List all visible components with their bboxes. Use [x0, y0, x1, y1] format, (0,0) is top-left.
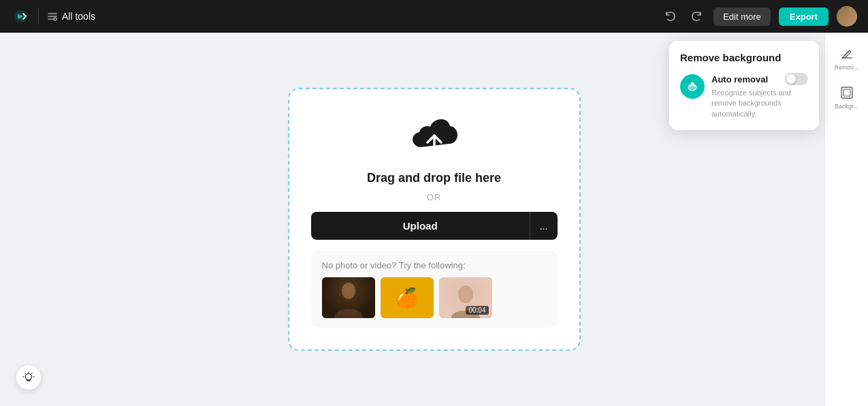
svg-line-15 [25, 373, 26, 374]
sample-section: No photo or video? Try the following: 🍊 [311, 251, 558, 328]
auto-removal-desc: Recognize subjects and remove background… [711, 88, 808, 119]
fruit-emoji: 🍊 [381, 277, 434, 318]
svg-point-6 [458, 285, 473, 303]
auto-removal-toggle[interactable] [785, 73, 808, 85]
remove-bg-popup: Remove background Auto removal Recognize… [669, 41, 819, 130]
right-sidebar: Remov... Backgr... [824, 33, 868, 406]
topnav: All tools Edit more Export [0, 0, 868, 33]
svg-point-10 [691, 82, 694, 86]
sample-thumb-video[interactable]: 00:04 [439, 277, 492, 318]
svg-point-4 [342, 283, 355, 299]
sample-thumb-person[interactable] [322, 277, 375, 318]
video-duration-badge: 00:04 [466, 306, 488, 315]
sample-thumb-fruit[interactable]: 🍊 [381, 277, 434, 318]
auto-removal-icon [680, 74, 705, 99]
sample-prompt: No photo or video? Try the following: [322, 260, 547, 270]
auto-removal-header: Auto removal [711, 73, 808, 85]
edit-more-button[interactable]: Edit more [713, 7, 771, 26]
main-area: Drag and drop file here OR Upload ... No… [0, 33, 868, 406]
person-thumb-svg [322, 277, 375, 318]
auto-removal-title: Auto removal [711, 74, 768, 84]
hint-button[interactable] [16, 365, 41, 390]
drop-zone[interactable]: Drag and drop file here OR Upload ... No… [288, 88, 581, 351]
export-button[interactable]: Export [779, 7, 829, 26]
more-options-button[interactable]: ... [530, 212, 558, 240]
upload-button[interactable]: Upload [311, 212, 530, 240]
all-tools-menu[interactable]: All tools [47, 11, 95, 22]
redo-button[interactable] [688, 7, 705, 25]
undo-button[interactable] [662, 7, 679, 25]
svg-point-11 [26, 374, 32, 380]
svg-rect-3 [322, 277, 375, 318]
svg-rect-9 [843, 89, 850, 96]
upload-row: Upload ... [311, 212, 558, 240]
sidebar-item-background[interactable]: Backgr... [828, 80, 866, 116]
sidebar-item-remove[interactable]: Remov... [828, 41, 866, 77]
undo-redo-group [662, 7, 705, 25]
popup-title: Remove background [680, 52, 808, 63]
app-logo[interactable] [11, 7, 30, 26]
auto-removal-row: Auto removal Recognize subjects and remo… [680, 73, 808, 119]
svg-line-14 [32, 373, 33, 374]
avatar-image [837, 6, 857, 27]
all-tools-label: All tools [62, 11, 95, 22]
auto-removal-content: Auto removal Recognize subjects and remo… [711, 73, 808, 119]
svg-rect-5 [439, 277, 492, 318]
sidebar-background-label: Backgr... [835, 103, 858, 110]
cloud-upload-icon [407, 114, 462, 161]
drag-drop-label: Drag and drop file here [367, 171, 501, 185]
sidebar-remove-label: Remov... [835, 64, 858, 72]
eraser-icon [839, 46, 854, 61]
or-label: OR [427, 192, 442, 202]
nav-divider [38, 8, 39, 25]
svg-point-0 [54, 18, 57, 20]
video-thumb-svg [439, 277, 492, 318]
avatar[interactable] [837, 6, 857, 27]
sample-thumbnails: 🍊 00:04 [322, 277, 547, 318]
tools-icon [47, 11, 58, 22]
background-icon [839, 85, 854, 100]
lightbulb-icon [22, 371, 35, 384]
